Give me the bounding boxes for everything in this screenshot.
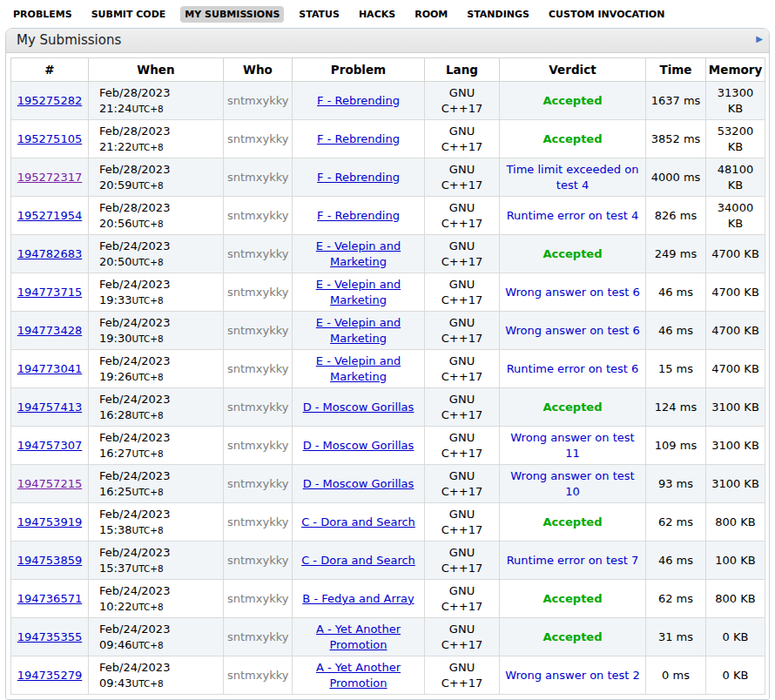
submission-when-cell: Feb/28/2023 20:59UTC+8 — [89, 158, 224, 197]
user-handle-link[interactable]: sntmxykky — [227, 515, 288, 528]
submission-time-of-day: 16:28UTC+8 — [99, 407, 219, 423]
submission-verdict-cell: Wrong answer on test 6 — [500, 273, 646, 312]
nav-tab-submit-code[interactable]: SUBMIT CODE — [87, 6, 171, 23]
problem-link[interactable]: F - Rebrending — [317, 132, 400, 145]
submission-memory-cell: 34000 KB — [706, 197, 765, 235]
problem-link[interactable]: D - Moscow Gorillas — [303, 477, 414, 490]
user-handle-link[interactable]: sntmxykky — [227, 669, 288, 682]
submission-verdict-cell: Wrong answer on test 6 — [500, 312, 646, 350]
problem-link[interactable]: A - Yet Another Promotion — [316, 661, 401, 690]
problem-link[interactable]: E - Velepin and Marketing — [316, 354, 401, 383]
submission-lang-cell: GNU C++17 — [425, 427, 500, 465]
submission-row: 194753859 Feb/24/2023 15:37UTC+8 sntmxyk… — [11, 542, 765, 580]
submission-when-cell: Feb/24/2023 19:33UTC+8 — [89, 273, 224, 312]
verdict-text: Runtime error on test 4 — [507, 209, 639, 222]
submission-id-cell: 194735279 — [11, 656, 89, 695]
verdict-text: Wrong answer on test 10 — [510, 469, 634, 498]
user-handle-link[interactable]: sntmxykky — [227, 554, 288, 567]
problem-link[interactable]: D - Moscow Gorillas — [303, 439, 414, 452]
submission-id-link[interactable]: 194773428 — [17, 324, 82, 337]
submission-memory-cell: 4700 KB — [706, 235, 765, 273]
submission-id-link[interactable]: 195275105 — [17, 132, 82, 145]
submission-id-cell: 194782683 — [11, 235, 89, 273]
submission-id-link[interactable]: 194735279 — [17, 669, 82, 682]
submission-time-cell: 93 ms — [646, 465, 706, 503]
user-handle-link[interactable]: sntmxykky — [227, 324, 288, 337]
verdict-text: Accepted — [543, 132, 603, 145]
nav-tab-hacks[interactable]: HACKS — [354, 6, 400, 23]
problem-link[interactable]: D - Moscow Gorillas — [303, 400, 414, 414]
user-handle-link[interactable]: sntmxykky — [227, 94, 288, 107]
panel-expand-arrow-icon[interactable]: ▶ — [756, 35, 763, 44]
panel-header: My Submissions ▶ — [6, 29, 769, 53]
submission-time-cell: 0 ms — [646, 656, 706, 695]
submission-memory-cell: 800 KB — [706, 580, 765, 618]
submission-id-cell: 194773041 — [11, 350, 89, 388]
submission-date: Feb/24/2023 — [99, 545, 219, 561]
submission-id-link[interactable]: 194753919 — [17, 515, 82, 528]
timezone-label: UTC+8 — [131, 142, 163, 152]
submission-lang-cell: GNU C++17 — [425, 503, 500, 542]
submission-id-link[interactable]: 194757307 — [17, 439, 82, 452]
submission-row: 194735355 Feb/24/2023 09:46UTC+8 sntmxyk… — [11, 618, 765, 656]
user-handle-link[interactable]: sntmxykky — [227, 362, 288, 375]
submission-id-link[interactable]: 194782683 — [17, 247, 82, 260]
timezone-label: UTC+8 — [131, 525, 163, 535]
submission-when-cell: Feb/28/2023 21:24UTC+8 — [89, 82, 224, 120]
problem-link[interactable]: E - Velepin and Marketing — [316, 316, 401, 345]
nav-tab-problems[interactable]: PROBLEMS — [9, 6, 77, 23]
user-handle-link[interactable]: sntmxykky — [227, 400, 288, 414]
submission-who-cell: sntmxykky — [224, 197, 293, 235]
problem-link[interactable]: A - Yet Another Promotion — [316, 623, 401, 651]
submission-verdict-cell: Accepted — [500, 503, 646, 542]
submission-id-link[interactable]: 195271954 — [17, 209, 82, 222]
problem-link[interactable]: C - Dora and Search — [301, 554, 415, 567]
user-handle-link[interactable]: sntmxykky — [227, 477, 288, 490]
problem-link[interactable]: E - Velepin and Marketing — [316, 239, 401, 268]
timezone-label: UTC+8 — [131, 678, 163, 689]
user-handle-link[interactable]: sntmxykky — [227, 439, 288, 452]
submission-id-link[interactable]: 194757215 — [17, 477, 82, 490]
submission-time-cell: 62 ms — [646, 503, 706, 542]
user-handle-link[interactable]: sntmxykky — [227, 286, 288, 299]
submission-id-link[interactable]: 195275282 — [17, 94, 82, 107]
submission-id-link[interactable]: 195272317 — [17, 171, 82, 184]
column-header-lang: Lang — [425, 58, 500, 82]
nav-tab-status[interactable]: STATUS — [294, 6, 344, 23]
problem-link[interactable]: F - Rebrending — [317, 171, 400, 184]
problem-link[interactable]: E - Velepin and Marketing — [316, 278, 401, 306]
problem-link[interactable]: F - Rebrending — [317, 209, 400, 222]
submissions-panel: My Submissions ▶ #WhenWhoProblemLangVerd… — [5, 28, 770, 700]
submission-date: Feb/24/2023 — [99, 507, 219, 522]
submission-lang-cell: GNU C++17 — [425, 465, 500, 503]
submission-id-cell: 194757215 — [11, 465, 89, 503]
submission-id-link[interactable]: 194773715 — [17, 286, 82, 299]
nav-tab-my-submissions[interactable]: MY SUBMISSIONS — [180, 6, 284, 23]
nav-tab-standings[interactable]: STANDINGS — [462, 6, 534, 23]
submission-id-link[interactable]: 194735355 — [17, 630, 82, 643]
problem-link[interactable]: B - Fedya and Array — [302, 592, 414, 605]
nav-tab-room[interactable]: ROOM — [410, 6, 452, 23]
user-handle-link[interactable]: sntmxykky — [227, 247, 288, 260]
user-handle-link[interactable]: sntmxykky — [227, 630, 288, 643]
user-handle-link[interactable]: sntmxykky — [227, 209, 288, 222]
submission-date: Feb/24/2023 — [99, 277, 219, 293]
submission-verdict-cell: Wrong answer on test 10 — [500, 465, 646, 503]
problem-link[interactable]: C - Dora and Search — [301, 515, 415, 528]
submission-id-link[interactable]: 194773041 — [17, 362, 82, 375]
nav-tab-custom-invocation[interactable]: CUSTOM INVOCATION — [544, 6, 669, 23]
user-handle-link[interactable]: sntmxykky — [227, 171, 288, 184]
submission-id-link[interactable]: 194757413 — [17, 400, 82, 414]
submission-time-cell: 15 ms — [646, 350, 706, 388]
user-handle-link[interactable]: sntmxykky — [227, 592, 288, 605]
submission-verdict-cell: Accepted — [500, 235, 646, 273]
submission-who-cell: sntmxykky — [224, 656, 293, 695]
problem-link[interactable]: F - Rebrending — [317, 94, 400, 107]
user-handle-link[interactable]: sntmxykky — [227, 132, 288, 145]
submission-id-link[interactable]: 194753859 — [17, 554, 82, 567]
submission-id-cell: 194757307 — [11, 427, 89, 465]
submission-time-of-day: 19:33UTC+8 — [99, 293, 219, 308]
submission-who-cell: sntmxykky — [224, 350, 293, 388]
timezone-label: UTC+8 — [131, 487, 163, 497]
submission-id-link[interactable]: 194736571 — [17, 592, 82, 605]
